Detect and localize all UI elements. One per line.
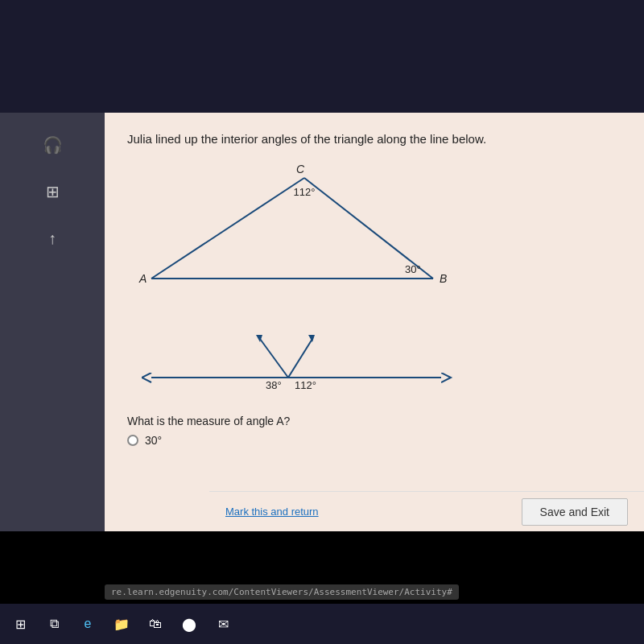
svg-text:B: B [440, 272, 447, 285]
url-bar: re.learn.edgenuity.com/ContentViewers/As… [105, 584, 459, 600]
main-area: 🎧 ⊞ ↑ Julia lined up the interior angles… [0, 113, 644, 531]
edge-icon[interactable]: e [76, 612, 100, 636]
sidebar: 🎧 ⊞ ↑ [0, 113, 105, 531]
calculator-icon[interactable]: ⊞ [36, 175, 68, 208]
question-text: Julia lined up the interior angles of th… [127, 130, 621, 147]
svg-line-11 [288, 339, 312, 378]
svg-text:C: C [296, 163, 305, 175]
bottom-diagram: 38° 112° [127, 331, 621, 403]
svg-text:38°: 38° [266, 379, 282, 391]
store-icon[interactable]: 🛍 [143, 612, 167, 636]
svg-text:112°: 112° [295, 379, 316, 391]
task-view-icon[interactable]: ⧉ [42, 612, 66, 636]
mark-return-link[interactable]: Mark this and return [225, 506, 319, 518]
svg-text:112°: 112° [294, 186, 316, 198]
windows-icon[interactable]: ⊞ [8, 612, 32, 636]
bottom-bar: Mark this and return Save and Exit [209, 491, 644, 531]
folder-icon[interactable]: 📁 [109, 612, 134, 636]
mail-icon[interactable]: ✉ [211, 612, 235, 636]
triangle-diagram: C A B 112° 30° [127, 162, 621, 323]
answer-label-30: 30° [145, 434, 162, 447]
sub-question-text: What is the measure of angle A? [127, 415, 621, 427]
up-arrow-icon[interactable]: ↑ [36, 222, 68, 254]
top-bar [0, 0, 644, 113]
answer-option-30[interactable]: 30° [127, 434, 621, 447]
svg-line-9 [260, 339, 288, 378]
radio-30[interactable] [127, 435, 138, 446]
chrome-icon[interactable]: ⬤ [177, 612, 201, 636]
taskbar: ⊞ ⧉ e 📁 🛍 ⬤ ✉ [0, 604, 644, 644]
svg-line-1 [151, 178, 304, 279]
svg-text:30°: 30° [405, 263, 421, 275]
save-exit-button[interactable]: Save and Exit [522, 498, 628, 526]
content-panel: Julia lined up the interior angles of th… [105, 113, 644, 531]
svg-text:A: A [138, 272, 147, 285]
headphones-icon[interactable]: 🎧 [36, 129, 68, 161]
